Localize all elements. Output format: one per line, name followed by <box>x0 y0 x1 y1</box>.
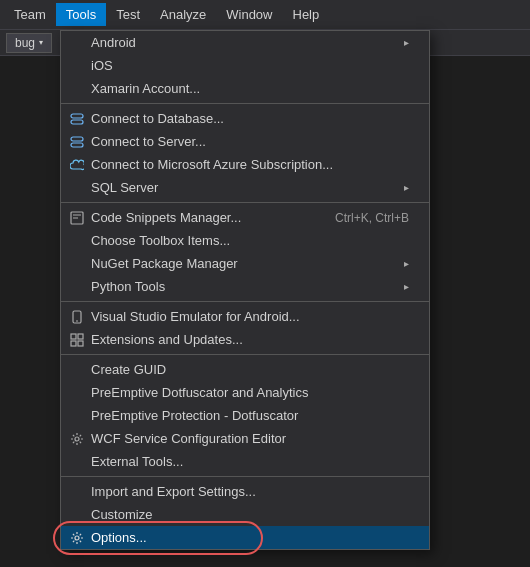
debug-dropdown[interactable]: bug ▾ <box>6 33 52 53</box>
menu-label-customize: Customize <box>91 507 152 522</box>
menu-label-external-tools: External Tools... <box>91 454 183 469</box>
menu-label-connect-db: Connect to Database... <box>91 111 224 126</box>
menubar-item-window[interactable]: Window <box>216 3 282 26</box>
menu-item-sql-server[interactable]: SQL Server ▸ <box>61 176 429 199</box>
menu-item-code-snippets[interactable]: Code Snippets Manager... Ctrl+K, Ctrl+B <box>61 206 429 229</box>
separator-2 <box>61 202 429 203</box>
menu-item-import-export[interactable]: Import and Export Settings... <box>61 480 429 503</box>
connect-db-icon <box>69 111 85 127</box>
menu-item-create-guid[interactable]: Create GUID <box>61 358 429 381</box>
menu-label-options: Options... <box>91 530 147 545</box>
menubar-item-tools[interactable]: Tools <box>56 3 106 26</box>
svg-rect-2 <box>71 137 83 141</box>
menubar: Team Tools Test Analyze Window Help <box>0 0 530 30</box>
menu-item-wcf[interactable]: WCF Service Configuration Editor <box>61 427 429 450</box>
menu-label-choose-toolbox: Choose Toolbox Items... <box>91 233 230 248</box>
phone-icon <box>69 309 85 325</box>
arrow-nuget: ▸ <box>404 258 409 269</box>
menu-item-choose-toolbox[interactable]: Choose Toolbox Items... <box>61 229 429 252</box>
menu-item-customize[interactable]: Customize <box>61 503 429 526</box>
menu-item-ios[interactable]: iOS <box>61 54 429 77</box>
menu-label-import-export: Import and Export Settings... <box>91 484 256 499</box>
menu-label-connect-azure: Connect to Microsoft Azure Subscription.… <box>91 157 333 172</box>
menu-label-python: Python Tools <box>91 279 165 294</box>
menu-item-connect-azure[interactable]: Connect to Microsoft Azure Subscription.… <box>61 153 429 176</box>
options-wrapper: Options... <box>61 526 429 549</box>
menubar-item-help[interactable]: Help <box>283 3 330 26</box>
menu-label-xamarin: Xamarin Account... <box>91 81 200 96</box>
svg-rect-12 <box>78 341 83 346</box>
menu-label-extensions: Extensions and Updates... <box>91 332 243 347</box>
tools-dropdown-menu: Android ▸ iOS Xamarin Account... Connect… <box>60 30 430 550</box>
extensions-icon <box>69 332 85 348</box>
menu-label-create-guid: Create GUID <box>91 362 166 377</box>
menubar-item-team[interactable]: Team <box>4 3 56 26</box>
debug-dropdown-arrow: ▾ <box>39 38 43 47</box>
svg-rect-11 <box>71 341 76 346</box>
svg-rect-1 <box>71 120 83 124</box>
shortcut-code-snippets: Ctrl+K, Ctrl+B <box>295 211 409 225</box>
separator-5 <box>61 476 429 477</box>
menu-item-android[interactable]: Android ▸ <box>61 31 429 54</box>
cloud-icon <box>69 157 85 173</box>
debug-label: bug <box>15 36 35 50</box>
options-gear-icon <box>69 530 85 546</box>
svg-point-13 <box>75 437 79 441</box>
menu-label-ios: iOS <box>91 58 113 73</box>
menu-label-dotfuscator: PreEmptive Dotfuscator and Analytics <box>91 385 309 400</box>
menu-item-connect-server[interactable]: Connect to Server... <box>61 130 429 153</box>
menu-item-python[interactable]: Python Tools ▸ <box>61 275 429 298</box>
menu-item-connect-db[interactable]: Connect to Database... <box>61 107 429 130</box>
menu-label-code-snippets: Code Snippets Manager... <box>91 210 241 225</box>
menubar-item-analyze[interactable]: Analyze <box>150 3 216 26</box>
menu-label-android: Android <box>91 35 136 50</box>
arrow-python: ▸ <box>404 281 409 292</box>
menu-item-options[interactable]: Options... <box>61 526 429 549</box>
menu-item-vs-emulator[interactable]: Visual Studio Emulator for Android... <box>61 305 429 328</box>
svg-rect-9 <box>71 334 76 339</box>
menu-label-protection: PreEmptive Protection - Dotfuscator <box>91 408 298 423</box>
svg-rect-10 <box>78 334 83 339</box>
menu-item-nuget[interactable]: NuGet Package Manager ▸ <box>61 252 429 275</box>
code-snippets-icon <box>69 210 85 226</box>
separator-1 <box>61 103 429 104</box>
svg-rect-0 <box>71 114 83 118</box>
menu-label-connect-server: Connect to Server... <box>91 134 206 149</box>
menu-label-wcf: WCF Service Configuration Editor <box>91 431 286 446</box>
menu-item-external-tools[interactable]: External Tools... <box>61 450 429 473</box>
wcf-gear-icon <box>69 431 85 447</box>
menu-label-vs-emulator: Visual Studio Emulator for Android... <box>91 309 300 324</box>
separator-3 <box>61 301 429 302</box>
separator-4 <box>61 354 429 355</box>
arrow-android: ▸ <box>404 37 409 48</box>
arrow-sql: ▸ <box>404 182 409 193</box>
menu-item-xamarin[interactable]: Xamarin Account... <box>61 77 429 100</box>
menu-item-protection[interactable]: PreEmptive Protection - Dotfuscator <box>61 404 429 427</box>
menu-label-sql-server: SQL Server <box>91 180 158 195</box>
connect-server-icon <box>69 134 85 150</box>
menu-item-extensions[interactable]: Extensions and Updates... <box>61 328 429 351</box>
menu-label-nuget: NuGet Package Manager <box>91 256 238 271</box>
svg-point-14 <box>75 536 79 540</box>
svg-rect-3 <box>71 143 83 147</box>
menubar-item-test[interactable]: Test <box>106 3 150 26</box>
menu-item-dotfuscator[interactable]: PreEmptive Dotfuscator and Analytics <box>61 381 429 404</box>
